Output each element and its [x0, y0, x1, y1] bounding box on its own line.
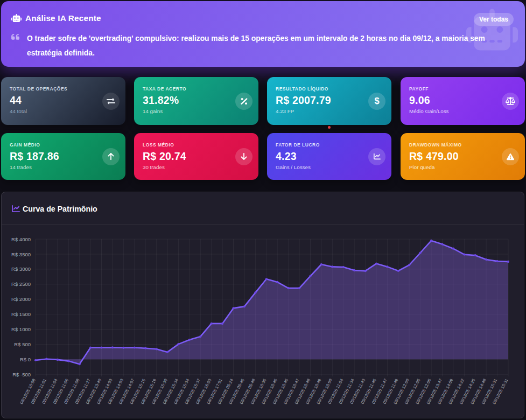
svg-text:R$ 4000: R$ 4000 — [11, 236, 31, 242]
svg-text:R$ 3000: R$ 3000 — [11, 266, 31, 272]
svg-text:R$ 2000: R$ 2000 — [11, 296, 31, 302]
svg-text:R$ 1500: R$ 1500 — [11, 311, 31, 317]
svg-text:R$ -500: R$ -500 — [12, 372, 31, 377]
svg-text:R$ 3500: R$ 3500 — [11, 251, 31, 257]
svg-text:R$ 500: R$ 500 — [14, 341, 31, 347]
svg-text:R$ 0: R$ 0 — [20, 356, 31, 362]
svg-text:R$ 1000: R$ 1000 — [11, 326, 31, 332]
svg-text:R$ 2500: R$ 2500 — [11, 281, 31, 287]
